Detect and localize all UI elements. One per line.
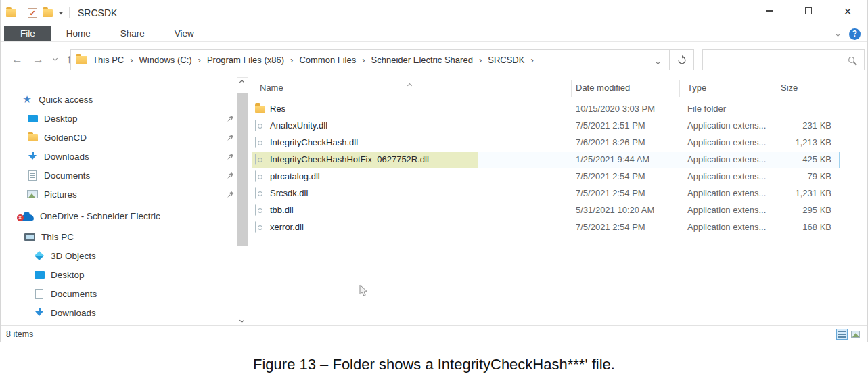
chevron-right-icon: › bbox=[290, 55, 293, 65]
dll-icon bbox=[255, 188, 256, 198]
crumb-windows-c[interactable]: Windows (C:) bbox=[139, 55, 192, 65]
file-row[interactable]: Srcsdk.dll 7/5/2021 2:54 PM Application … bbox=[251, 185, 867, 202]
qat-new-folder-button[interactable] bbox=[43, 9, 53, 17]
sidebar-item-this-pc[interactable]: This PC bbox=[1, 227, 236, 246]
chevron-right-icon: › bbox=[362, 55, 365, 65]
sidebar-item-desktop[interactable]: Desktop bbox=[1, 109, 236, 128]
forward-button[interactable]: → bbox=[32, 53, 44, 66]
refresh-icon bbox=[677, 55, 687, 65]
chevron-right-icon: › bbox=[130, 55, 133, 65]
crumb-schneider[interactable]: Schneider Electric Shared bbox=[371, 55, 473, 65]
column-divider[interactable] bbox=[777, 80, 777, 97]
file-row[interactable]: xerror.dll 7/5/2021 2:54 PM Application … bbox=[251, 219, 867, 236]
dll-icon bbox=[255, 154, 256, 164]
file-row-selected-highlighted[interactable]: IntegrityCheckHashHotFix_0627752R.dll 1/… bbox=[251, 152, 867, 168]
sidebar-item-pictures[interactable]: Pictures bbox=[1, 185, 236, 204]
folder-icon bbox=[28, 134, 38, 141]
file-row[interactable]: tbb.dll 5/31/2021 10:20 AM Application e… bbox=[251, 202, 867, 219]
documents-icon bbox=[28, 170, 37, 181]
column-header-type[interactable]: Type bbox=[687, 83, 706, 93]
thumbnails-view-icon bbox=[851, 331, 860, 338]
dll-icon bbox=[255, 120, 256, 131]
sidebar-item-documents[interactable]: Documents bbox=[1, 166, 236, 185]
dll-icon bbox=[255, 137, 256, 147]
sidebar-item-downloads[interactable]: Downloads bbox=[1, 147, 236, 166]
sidebar-item-label: Desktop bbox=[51, 270, 85, 280]
ribbon-expand-icon[interactable] bbox=[836, 31, 840, 36]
file-type: File folder bbox=[687, 104, 726, 114]
scroll-up-icon[interactable] bbox=[239, 80, 244, 85]
minimize-icon bbox=[766, 10, 773, 12]
address-dropdown-button[interactable] bbox=[647, 54, 669, 66]
crumb-srcsdk[interactable]: SRCSDK bbox=[488, 55, 524, 65]
sidebar-item-downloads-pc[interactable]: Downloads bbox=[1, 303, 236, 322]
tab-home[interactable]: Home bbox=[51, 26, 106, 41]
documents-icon bbox=[35, 289, 43, 299]
file-row[interactable]: Res 10/15/2020 3:03 PM File folder bbox=[251, 101, 867, 118]
file-rows: Res 10/15/2020 3:03 PM File folder Anale… bbox=[251, 101, 867, 236]
sidebar-scrollbar[interactable] bbox=[237, 77, 248, 325]
back-button[interactable]: ← bbox=[12, 53, 23, 66]
scrollbar-thumb[interactable] bbox=[237, 93, 248, 246]
file-type: Application extens... bbox=[687, 154, 766, 164]
column-divider[interactable] bbox=[838, 80, 838, 97]
tab-file[interactable]: File bbox=[4, 26, 51, 41]
thumbnails-view-button[interactable] bbox=[850, 329, 861, 340]
file-size: 425 KB bbox=[802, 154, 831, 164]
file-date: 7/6/2021 8:26 PM bbox=[576, 137, 645, 147]
sidebar-item-label: OneDrive - Schneider Electric bbox=[40, 211, 160, 221]
close-button[interactable]: × bbox=[828, 0, 867, 22]
file-row[interactable]: IntegrityCheckHash.dll 7/6/2021 8:26 PM … bbox=[251, 135, 867, 152]
maximize-button[interactable] bbox=[789, 0, 828, 22]
tab-view[interactable]: View bbox=[160, 26, 209, 41]
pin-icon bbox=[227, 133, 234, 143]
pin-icon bbox=[227, 152, 234, 162]
address-bar[interactable]: This PC › Windows (C:) › Program Files (… bbox=[70, 49, 694, 70]
column-divider[interactable] bbox=[679, 80, 680, 97]
details-view-button[interactable] bbox=[836, 329, 848, 340]
file-date: 7/5/2021 2:51 PM bbox=[576, 120, 645, 131]
file-date: 10/15/2020 3:03 PM bbox=[576, 104, 655, 114]
sidebar-item-desktop-pc[interactable]: Desktop bbox=[1, 265, 236, 284]
file-row[interactable]: AnalexUnity.dll 7/5/2021 2:51 PM Applica… bbox=[251, 118, 867, 135]
page: ✓ SRCSDK × File Home Share View ? bbox=[0, 0, 868, 391]
sidebar-item-label: Downloads bbox=[51, 308, 96, 318]
check-icon: ✓ bbox=[29, 9, 35, 18]
figure-caption: Figure 13 – Folder shows a IntegrityChec… bbox=[0, 356, 868, 373]
pin-icon bbox=[227, 190, 234, 200]
crumb-common-files[interactable]: Common Files bbox=[299, 55, 356, 65]
minimize-button[interactable] bbox=[750, 0, 789, 22]
column-header-name[interactable]: Name bbox=[260, 83, 283, 93]
sidebar-item-documents-pc[interactable]: Documents bbox=[1, 284, 236, 303]
sidebar-item-quick-access[interactable]: ★ Quick access bbox=[1, 90, 236, 109]
refresh-button[interactable] bbox=[669, 50, 693, 70]
file-name: ptrcatalog.dll bbox=[270, 171, 320, 181]
tab-share[interactable]: Share bbox=[106, 26, 160, 41]
sidebar-item-label: Pictures bbox=[44, 189, 77, 200]
qat-properties-button[interactable]: ✓ bbox=[28, 8, 37, 18]
recent-locations-icon[interactable] bbox=[53, 56, 58, 61]
column-divider[interactable] bbox=[571, 80, 572, 97]
search-input[interactable] bbox=[703, 50, 848, 70]
column-header-size[interactable]: Size bbox=[781, 83, 798, 93]
crumb-this-pc[interactable]: This PC bbox=[93, 55, 124, 65]
sidebar-item-3d-objects[interactable]: 3D Objects bbox=[1, 246, 236, 265]
explorer-window: ✓ SRCSDK × File Home Share View ? bbox=[0, 0, 868, 342]
chevron-right-icon: › bbox=[198, 55, 201, 65]
pin-icon bbox=[227, 114, 234, 124]
file-name: IntegrityCheckHashHotFix_0627752R.dll bbox=[270, 154, 429, 164]
file-row[interactable]: ptrcatalog.dll 7/5/2021 2:54 PM Applicat… bbox=[251, 168, 867, 185]
help-button[interactable]: ? bbox=[849, 28, 861, 40]
column-header-date-modified[interactable]: Date modified bbox=[576, 83, 630, 93]
qat-dropdown-icon[interactable] bbox=[59, 12, 63, 14]
dll-icon bbox=[255, 171, 256, 181]
sidebar-item-onedrive[interactable]: × OneDrive - Schneider Electric bbox=[1, 206, 236, 225]
pin-icon bbox=[227, 171, 234, 181]
sidebar-item-goldencd[interactable]: GoldenCD bbox=[1, 128, 236, 147]
title-bar: ✓ SRCSDK × bbox=[1, 0, 867, 26]
desktop-icon bbox=[28, 115, 38, 122]
scroll-down-icon[interactable] bbox=[239, 318, 244, 323]
items-count: 8 items bbox=[6, 329, 33, 339]
file-list: Name Date modified Type Size Res 10/15/2… bbox=[251, 77, 867, 325]
crumb-program-files[interactable]: Program Files (x86) bbox=[207, 55, 284, 65]
